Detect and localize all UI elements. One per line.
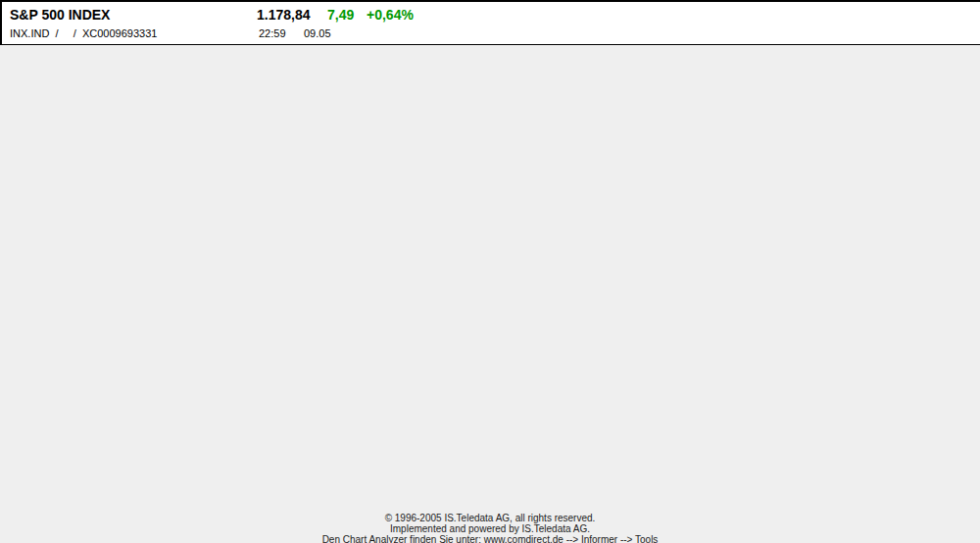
footer: © 1996-2005 IS.Teledata AG, all rights r…: [0, 513, 980, 543]
header: S&P 500 INDEX 1.178,84 7,49 +0,64% INX.I…: [0, 2, 980, 45]
footer-copyright: © 1996-2005 IS.Teledata AG, all rights r…: [0, 513, 980, 523]
footer-info: Den Chart Analyzer finden Sie unter: www…: [0, 534, 980, 543]
quote-date: 09.05: [304, 27, 331, 39]
change-absolute: 7,49: [327, 7, 354, 23]
quote-time: 22:59: [259, 27, 286, 39]
footer-powered: Implemented and powered by IS.Teledata A…: [0, 523, 980, 534]
last-price: 1.178,84: [257, 7, 311, 23]
instrument-id: INX.IND / / XC0009693331: [10, 27, 157, 39]
change-percent: +0,64%: [367, 7, 414, 23]
instrument-title: S&P 500 INDEX: [10, 7, 110, 23]
chart-analyzer-screen: S&P 500 INDEX 1.178,84 7,49 +0,64% INX.I…: [0, 0, 980, 543]
